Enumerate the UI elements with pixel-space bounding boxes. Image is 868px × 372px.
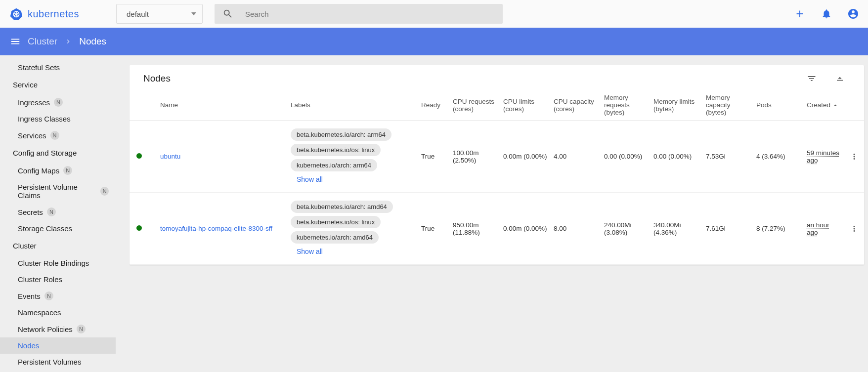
label-chip: beta.kubernetes.io/arch: arm64 — [291, 128, 391, 141]
search-bar[interactable] — [215, 4, 503, 24]
label-chip: kubernetes.io/arch: amd64 — [291, 231, 379, 244]
sidebar-item-cluster-role-bindings[interactable]: Cluster Role Bindings — [0, 255, 116, 271]
more-vert-icon — [850, 224, 859, 233]
cell-cpu_lim: 0.00m (0.00%) — [500, 121, 551, 193]
node-link[interactable]: tomoyafujita-hp-compaq-elite-8300-sff — [160, 225, 272, 232]
namespace-selector[interactable]: default — [116, 4, 203, 24]
sidebar-item-nodes[interactable]: Nodes — [0, 337, 116, 354]
sidebar-item-label: Storage Classes — [18, 224, 72, 233]
sidebar-item-ingress-classes[interactable]: Ingress Classes — [0, 111, 116, 127]
sidebar-item-label: Services — [18, 131, 46, 140]
sidebar-item-label: Config Maps — [18, 166, 59, 175]
chevron-down-icon — [191, 12, 196, 15]
label-chip: beta.kubernetes.io/os: linux — [291, 216, 381, 228]
namespaced-badge: N — [54, 98, 63, 107]
label-chips: beta.kubernetes.io/arch: amd64beta.kuber… — [291, 201, 415, 256]
sidebar-item-secrets[interactable]: SecretsN — [0, 204, 116, 220]
brand[interactable]: kubernetes — [10, 7, 111, 20]
namespaced-badge: N — [77, 325, 86, 333]
cell-ready: True — [418, 121, 450, 193]
plus-icon — [794, 8, 805, 19]
table-header-row: Name Labels Ready CPU requests (cores) C… — [130, 90, 864, 121]
col-mem-requests[interactable]: Memory requests (bytes) — [601, 90, 651, 121]
breadcrumb-current: Nodes — [79, 36, 106, 47]
col-ready[interactable]: Ready — [418, 90, 450, 121]
cell-mem_lim: 0.00 (0.00%) — [651, 121, 703, 193]
cell-cpu_cap: 4.00 — [551, 121, 601, 193]
sidebar-item-persistent-volume-claims[interactable]: Persistent Volume ClaimsN — [0, 179, 116, 204]
cell-mem_cap: 7.61Gi — [703, 193, 753, 265]
show-all-labels-button[interactable]: Show all — [291, 247, 329, 256]
namespaced-badge: N — [47, 207, 56, 216]
sidebar-item-config-maps[interactable]: Config MapsN — [0, 162, 116, 179]
sidebar-item-stateful-sets[interactable]: Stateful Sets — [0, 59, 116, 76]
hamburger-icon — [10, 36, 21, 47]
sort-asc-icon — [832, 102, 838, 108]
table-row: ubuntubeta.kubernetes.io/arch: arm64beta… — [130, 121, 864, 193]
sidebar-item-label: Namespaces — [18, 308, 61, 317]
sidebar-category: Config and Storage — [0, 144, 116, 162]
status-indicator — [136, 225, 142, 231]
account-circle-icon — [847, 8, 859, 20]
col-cpu-limits[interactable]: CPU limits (cores) — [500, 90, 551, 121]
sidebar-item-label: Cluster Roles — [18, 275, 62, 284]
sidebar-item-events[interactable]: EventsN — [0, 288, 116, 304]
col-name[interactable]: Name — [157, 90, 288, 121]
row-actions-button[interactable] — [847, 224, 861, 233]
col-mem-limits[interactable]: Memory limits (bytes) — [651, 90, 703, 121]
card-header: Nodes — [130, 65, 864, 90]
sidebar-category: Cluster — [0, 237, 116, 255]
sidebar-item-cluster-roles[interactable]: Cluster Roles — [0, 271, 116, 288]
filter-button[interactable] — [807, 74, 817, 83]
col-labels[interactable]: Labels — [288, 90, 418, 121]
nodes-card: Nodes — [130, 65, 864, 265]
row-actions-button[interactable] — [847, 152, 861, 161]
col-created[interactable]: Created — [804, 90, 844, 121]
namespaced-badge: N — [44, 291, 53, 300]
top-toolbar: kubernetes default — [0, 0, 868, 28]
show-all-labels-button[interactable]: Show all — [291, 174, 329, 184]
col-pods[interactable]: Pods — [753, 90, 804, 121]
user-menu-button[interactable] — [842, 3, 864, 25]
nodes-table: Name Labels Ready CPU requests (cores) C… — [130, 90, 864, 265]
notifications-button[interactable] — [816, 3, 837, 25]
breadcrumb-bar: Cluster Nodes — [0, 28, 868, 55]
sidebar-item-services[interactable]: ServicesN — [0, 127, 116, 144]
cell-cpu_cap: 8.00 — [551, 193, 601, 265]
sort-button[interactable] — [835, 74, 844, 83]
menu-toggle-button[interactable] — [10, 36, 21, 47]
sidebar-item-label: Persistent Volume Claims — [18, 183, 96, 200]
col-mem-capacity[interactable]: Memory capacity (bytes) — [703, 90, 753, 121]
status-indicator — [136, 153, 142, 159]
created-time: an hour ago — [807, 221, 829, 236]
cell-cpu_req: 100.00m (2.50%) — [450, 121, 500, 193]
cell-cpu_req: 950.00m (11.88%) — [450, 193, 500, 265]
label-chip: beta.kubernetes.io/arch: amd64 — [291, 201, 393, 213]
search-input[interactable] — [245, 10, 495, 18]
cell-mem_req: 0.00 (0.00%) — [601, 121, 651, 193]
col-cpu-capacity[interactable]: CPU capacity (cores) — [551, 90, 601, 121]
sidebar-item-persistent-volumes[interactable]: Persistent Volumes — [0, 354, 116, 370]
arrow-up-icon — [835, 74, 844, 83]
more-vert-icon — [850, 152, 859, 161]
kubernetes-logo-icon — [10, 7, 23, 20]
node-link[interactable]: ubuntu — [160, 153, 180, 160]
card-title: Nodes — [143, 73, 807, 84]
cell-ready: True — [418, 193, 450, 265]
sidebar-item-label: Stateful Sets — [18, 63, 60, 72]
cell-mem_lim: 340.00Mi (4.36%) — [651, 193, 703, 265]
cell-pods: 8 (7.27%) — [753, 193, 804, 265]
cell-mem_req: 240.00Mi (3.08%) — [601, 193, 651, 265]
sidebar-item-ingresses[interactable]: IngressesN — [0, 94, 116, 111]
label-chip: kubernetes.io/arch: arm64 — [291, 159, 377, 171]
sidebar-item-network-policies[interactable]: Network PoliciesN — [0, 321, 116, 337]
sidebar-item-namespaces[interactable]: Namespaces — [0, 304, 116, 321]
sidebar: Stateful SetsServiceIngressesNIngress Cl… — [0, 55, 116, 372]
filter-list-icon — [807, 74, 817, 83]
create-button[interactable] — [789, 3, 811, 25]
sidebar-item-storage-classes[interactable]: Storage Classes — [0, 220, 116, 237]
col-cpu-requests[interactable]: CPU requests (cores) — [450, 90, 500, 121]
sidebar-item-label: Events — [18, 292, 41, 300]
table-row: tomoyafujita-hp-compaq-elite-8300-sffbet… — [130, 193, 864, 265]
breadcrumb-root[interactable]: Cluster — [28, 36, 57, 47]
